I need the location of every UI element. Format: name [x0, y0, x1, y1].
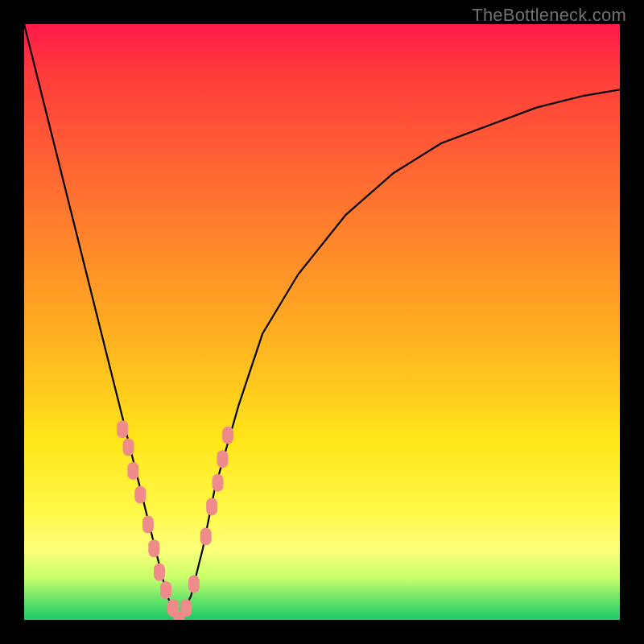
scatter-point [160, 581, 171, 599]
chart-svg [24, 24, 620, 620]
scatter-point [180, 599, 192, 617]
scatter-point [142, 516, 154, 534]
scatter-point [200, 527, 212, 545]
scatter-point [123, 438, 134, 456]
scatter-point [213, 474, 224, 492]
highlighted-points [117, 420, 233, 620]
scatter-point [127, 462, 138, 480]
scatter-point [154, 564, 165, 581]
bottleneck-curve [24, 24, 620, 620]
scatter-point [134, 486, 146, 504]
plot-area [24, 24, 620, 620]
scatter-point [188, 576, 200, 593]
scatter-point [217, 450, 228, 468]
chart-frame: TheBottleneck.com [0, 0, 644, 644]
scatter-point [222, 427, 233, 444]
watermark-text: TheBottleneck.com [472, 5, 626, 26]
scatter-point [117, 420, 128, 438]
scatter-point [148, 539, 159, 557]
scatter-point [206, 497, 217, 515]
